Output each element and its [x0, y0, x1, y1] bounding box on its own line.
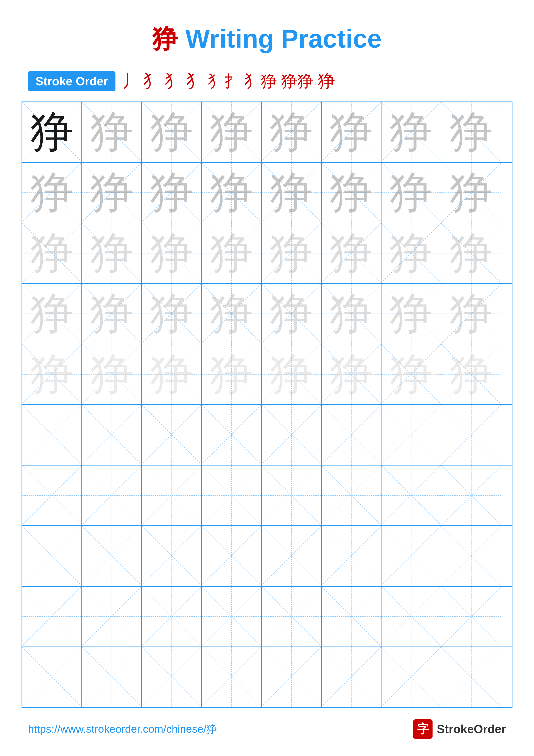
- svg-line-144: [22, 647, 81, 706]
- grid-cell-empty[interactable]: [321, 647, 381, 707]
- practice-char-guide: 狰: [210, 232, 253, 275]
- grid-cell-empty[interactable]: [262, 526, 321, 586]
- grid-cell: 狰: [321, 344, 381, 404]
- svg-line-90: [321, 405, 381, 464]
- svg-line-93: [381, 405, 441, 464]
- svg-line-109: [381, 466, 441, 525]
- svg-line-123: [321, 526, 381, 585]
- grid-cell-empty[interactable]: [22, 405, 82, 465]
- grid-cell-empty[interactable]: [262, 647, 321, 707]
- grid-cell-empty[interactable]: [441, 466, 501, 526]
- grid-cell: 狰: [381, 163, 441, 223]
- grid-cell-empty[interactable]: [441, 405, 501, 465]
- grid-cell-empty[interactable]: [22, 647, 82, 707]
- grid-cell-empty[interactable]: [142, 647, 202, 707]
- grid-cell-empty[interactable]: [142, 587, 202, 647]
- grid-cell-empty[interactable]: [441, 526, 501, 586]
- stroke-order-badge: Stroke Order: [28, 71, 115, 92]
- grid-cell: 狰: [381, 102, 441, 162]
- svg-line-105: [262, 466, 321, 525]
- practice-char-guide: 狰: [210, 292, 253, 335]
- grid-cell-empty[interactable]: [142, 466, 202, 526]
- practice-char-guide: 狰: [330, 232, 373, 275]
- svg-line-124: [381, 526, 441, 585]
- practice-char-guide: 狰: [150, 171, 193, 214]
- grid-row-6: [22, 405, 512, 466]
- svg-line-134: [202, 587, 261, 646]
- svg-line-98: [82, 466, 141, 525]
- grid-cell-empty[interactable]: [202, 466, 262, 526]
- svg-line-153: [262, 647, 321, 706]
- grid-cell-empty[interactable]: [82, 405, 142, 465]
- grid-cell-empty[interactable]: [202, 647, 262, 707]
- grid-cell-empty[interactable]: [202, 405, 262, 465]
- practice-char-guide: 狰: [450, 232, 493, 275]
- svg-line-139: [321, 587, 381, 646]
- stroke-order-row: Stroke Order 丿 犭 犭 犭 犭扌 犭狰 狰狰 狰: [0, 69, 534, 93]
- grid-cell-empty[interactable]: [381, 405, 441, 465]
- svg-line-106: [321, 466, 381, 525]
- grid-cell: 狰: [321, 102, 381, 162]
- grid-cell: 狰: [82, 344, 142, 404]
- grid-cell: 狰: [441, 163, 501, 223]
- svg-line-131: [82, 587, 141, 646]
- svg-line-140: [381, 587, 441, 646]
- svg-line-152: [262, 647, 321, 706]
- practice-char-guide: 狰: [450, 111, 493, 154]
- grid-cell: 狰: [142, 102, 202, 162]
- grid-cell-empty[interactable]: [321, 526, 381, 586]
- grid-cell-empty[interactable]: [321, 405, 381, 465]
- practice-char-guide: 狰: [390, 171, 433, 214]
- grid-cell: 狰: [321, 223, 381, 283]
- grid-cell-empty[interactable]: [202, 587, 262, 647]
- grid-cell: 狰: [82, 223, 142, 283]
- svg-line-113: [22, 526, 81, 585]
- grid-cell: 狰: [142, 163, 202, 223]
- grid-cell: 狰: [142, 223, 202, 283]
- svg-line-148: [142, 647, 201, 706]
- grid-cell-empty[interactable]: [441, 647, 501, 707]
- svg-line-96: [22, 466, 81, 525]
- grid-cell: 狰: [441, 223, 501, 283]
- svg-line-114: [82, 526, 141, 585]
- footer-url[interactable]: https://www.strokeorder.com/chinese/狰: [28, 722, 217, 736]
- grid-cell-empty[interactable]: [22, 587, 82, 647]
- svg-line-108: [381, 466, 441, 525]
- grid-cell-empty[interactable]: [82, 587, 142, 647]
- svg-line-122: [321, 526, 381, 585]
- svg-line-95: [441, 405, 501, 465]
- grid-cell-empty[interactable]: [262, 466, 321, 526]
- grid-cell-empty[interactable]: [441, 587, 501, 647]
- grid-cell: 狰: [202, 223, 262, 283]
- svg-line-142: [441, 587, 501, 647]
- stroke-sequence: 丿 犭 犭 犭 犭扌 犭狰 狰狰 狰: [122, 69, 335, 93]
- grid-cell-empty[interactable]: [82, 647, 142, 707]
- practice-char-guide: 狰: [150, 232, 193, 275]
- grid-cell-empty[interactable]: [321, 587, 381, 647]
- grid-cell-empty[interactable]: [381, 587, 441, 647]
- grid-cell-empty[interactable]: [142, 526, 202, 586]
- svg-line-129: [22, 587, 81, 646]
- grid-cell-empty[interactable]: [381, 647, 441, 707]
- svg-line-85: [142, 405, 201, 464]
- grid-cell-empty[interactable]: [22, 526, 82, 586]
- grid-row-1: 狰 狰 狰 狰: [22, 102, 512, 163]
- practice-char-guide: 狰: [90, 232, 133, 275]
- grid-cell-empty[interactable]: [262, 405, 321, 465]
- svg-line-103: [202, 466, 261, 525]
- grid-row-10: [22, 647, 512, 707]
- grid-cell-empty[interactable]: [142, 405, 202, 465]
- grid-cell-empty[interactable]: [82, 466, 142, 526]
- svg-line-136: [262, 587, 321, 646]
- grid-cell-empty[interactable]: [262, 587, 321, 647]
- grid-cell-empty[interactable]: [321, 466, 381, 526]
- grid-cell-empty[interactable]: [202, 526, 262, 586]
- svg-line-157: [381, 647, 441, 706]
- svg-line-86: [202, 405, 261, 464]
- grid-cell-empty[interactable]: [381, 526, 441, 586]
- svg-line-81: [22, 405, 81, 464]
- grid-cell-empty[interactable]: [22, 466, 82, 526]
- grid-cell-empty[interactable]: [381, 466, 441, 526]
- practice-char-guide: 狰: [270, 171, 313, 214]
- grid-cell-empty[interactable]: [82, 526, 142, 586]
